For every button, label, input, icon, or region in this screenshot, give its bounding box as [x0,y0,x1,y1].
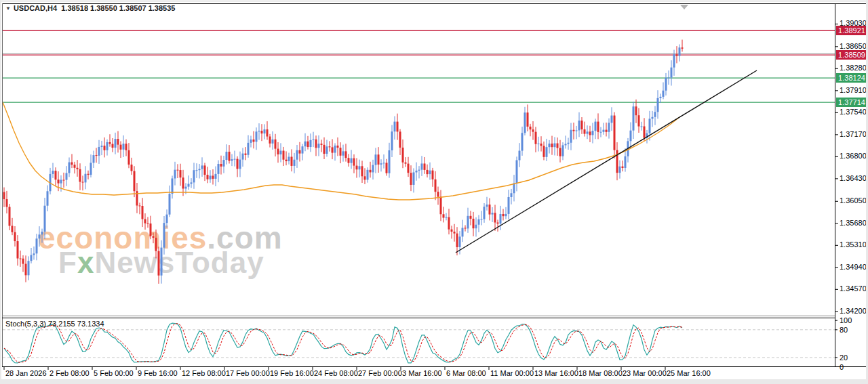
time-axis-label: 24 Feb 08:00 [314,369,358,377]
price-tick-label: 1.34570 [840,284,867,293]
time-axis-label: 25 Mar 16:00 [667,369,711,377]
time-axis-label: 11 Mar 00:00 [490,369,534,377]
stoch-tick-label: 80 [840,326,848,334]
price-tick-label: 1.35310 [840,240,867,249]
price-tick-label: 1.36800 [840,152,867,160]
time-axis-label: 23 Mar 00:00 [623,369,667,377]
time-axis-label: 17 Feb 00:00 [226,369,270,377]
stoch-tick-label: 100 [840,316,852,324]
time-axis-label: 3 Mar 16:00 [402,369,442,377]
time-axis-label: 6 Mar 08:00 [446,369,486,377]
price-tick-label: 1.38650 [840,42,867,50]
symbol-timeframe-label: USDCAD,H4 [14,4,57,12]
ohlc-toggle-caret[interactable]: ▼ [5,5,11,12]
price-tick-label: 1.38280 [840,64,867,72]
chart-title: ▼USDCAD,H4 1.38518 1.38550 1.38507 1.385… [5,4,175,12]
stoch-indicator-label: Stoch(5,3,3) 73.2155 73.1334 [5,320,104,328]
price-tick-label: 1.37170 [840,130,867,138]
time-axis-label: 13 Mar 16:00 [534,369,578,377]
window-left-edge [0,0,1,384]
price-tick-label: 1.36050 [840,196,867,205]
chart-shift-marker-icon[interactable] [680,5,688,9]
ohlc-values: 1.38518 1.38550 1.38507 1.38535 [61,4,175,12]
price-tick-label: 1.34940 [840,263,867,271]
mt4-chart-window: economies.com FxNewsToday ▼USDCAD,H4 1.3… [0,0,868,384]
stoch-signal-line [4,324,682,363]
time-axis-label: 27 Feb 00:00 [358,369,402,377]
price-tick-label: 1.36430 [840,174,867,182]
time-axis-label: 5 Feb 00:00 [94,369,134,377]
time-axis-label: 28 Jan 2026 [5,369,47,377]
price-tick-label: 1.37910 [840,86,867,94]
time-axis-label: 9 Feb 16:00 [138,369,178,377]
window-bottom-edge [0,379,868,384]
time-axis-label: 12 Feb 08:00 [182,369,226,377]
chart-canvas[interactable] [0,0,868,384]
stoch-tick-label: 20 [840,354,848,362]
stoch-tick-label: 0 [840,363,844,371]
price-tick-label: 1.35680 [840,219,867,227]
time-axis-label: 19 Feb 16:00 [270,369,314,377]
price-tick-label: 1.37540 [840,108,867,116]
price-tick-label: 1.39030 [840,19,867,27]
time-axis-label: 2 Feb 08:00 [50,369,90,377]
stoch-main-line [4,323,682,363]
price-tick-label: 1.34200 [840,307,867,315]
time-axis-label: 18 Mar 08:00 [578,369,623,377]
